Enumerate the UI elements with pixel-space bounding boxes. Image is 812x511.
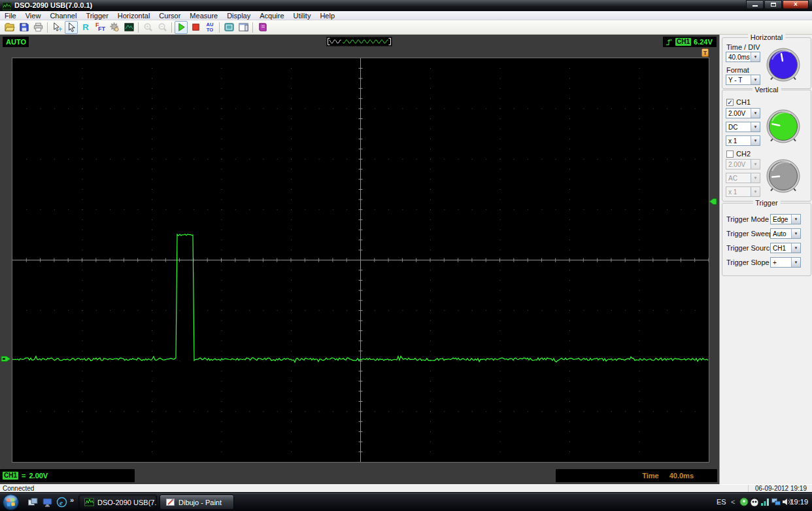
save-button[interactable] (17, 21, 30, 34)
horizontal-knob[interactable] (764, 45, 803, 84)
maximize-icon (771, 3, 776, 7)
help-button[interactable] (256, 21, 269, 34)
close-button[interactable]: × (783, 0, 809, 9)
antivirus-tray-icon[interactable] (749, 497, 760, 507)
buffer-preview-wave (328, 38, 391, 45)
taskbar-button-label: Dibujo - Paint (178, 499, 222, 506)
show-desktop-icon[interactable] (42, 497, 53, 508)
waveform-display (12, 58, 709, 462)
channel1-badge: CH1 (3, 472, 18, 480)
print-button[interactable] (31, 21, 44, 34)
menu-item-file[interactable]: File (0, 11, 21, 20)
stop-button[interactable] (189, 21, 202, 34)
ch1-probe-select[interactable]: x 1 ▼ (726, 135, 760, 146)
trigger-source-select[interactable]: CH1 ▼ (770, 243, 801, 253)
cursor-measure-button[interactable] (50, 21, 63, 34)
trigger-level-marker[interactable] (709, 196, 717, 209)
menu-item-utility[interactable]: Utility (289, 11, 316, 20)
color-settings-button[interactable] (108, 21, 121, 34)
ch1-position-knob[interactable] (764, 107, 803, 146)
time-div-select[interactable]: 40.0ms ▼ (726, 52, 760, 62)
minimize-button[interactable] (746, 0, 764, 9)
zoom-in-button[interactable] (141, 21, 154, 34)
dropdown-arrow-icon: ▼ (751, 75, 760, 84)
menu-item-measure[interactable]: Measure (185, 11, 222, 20)
ch2-enable-checkbox[interactable]: CH2 (726, 150, 751, 158)
menu-item-acquire[interactable]: Acquire (255, 11, 288, 20)
ch2-label: CH2 (736, 150, 751, 158)
menu-item-display[interactable]: Display (222, 11, 255, 20)
trigger-mode-select[interactable]: Edge ▼ (770, 214, 801, 224)
window-switcher-icon[interactable] (27, 497, 39, 508)
pointer-button[interactable] (65, 21, 78, 34)
start-button[interactable] (175, 21, 188, 34)
maximize-button[interactable] (764, 0, 782, 9)
dropdown-arrow-icon: ▼ (751, 187, 760, 196)
language-indicator[interactable]: ES (717, 498, 726, 506)
taskbar-button-dso[interactable]: DSO-2090 USB(7.0.0.... (78, 495, 157, 510)
toolbar: RFFTAUTO (0, 20, 812, 35)
ch1-volts-select[interactable]: 2.00V ▼ (726, 108, 760, 118)
trigger-slope-value: + (771, 259, 791, 266)
fft-icon: FFT (95, 22, 105, 32)
internet-explorer-icon[interactable]: e (56, 497, 67, 508)
quicklaunch-overflow[interactable]: » (70, 496, 74, 504)
stop-icon (190, 22, 201, 33)
split-view-button[interactable] (237, 21, 250, 34)
ch2-checkbox-box (726, 150, 734, 158)
open-button[interactable] (3, 21, 16, 34)
horizontal-group: Horizontal Time / DIV 40.0ms ▼ Format Y … (722, 37, 811, 89)
ch1-coupling-value: DC (726, 124, 751, 131)
refresh-button[interactable]: R (79, 21, 92, 34)
taskbar-button-paint[interactable]: Dibujo - Paint (160, 495, 234, 510)
close-icon: × (794, 1, 798, 8)
menu-item-channel[interactable]: Channel (45, 11, 81, 20)
fullscreen-button[interactable] (222, 21, 235, 34)
ch1-volts-value: 2.00V (726, 110, 751, 117)
start-icon (176, 22, 187, 33)
channel1-volts-div: 2.00V (29, 472, 48, 480)
time-label: Time (642, 472, 658, 480)
color-settings-icon (109, 22, 120, 33)
print-icon (33, 22, 44, 33)
ch2-coupling-select[interactable]: AC ▼ (726, 173, 760, 183)
menu-item-horizontal[interactable]: Horizontal (113, 11, 155, 20)
fft-button[interactable]: FFT (93, 21, 107, 34)
channel1-ground-marker[interactable] (1, 353, 12, 367)
waveform-capture-button[interactable] (122, 21, 135, 34)
dropdown-arrow-icon: ▼ (791, 243, 800, 253)
network-tray-icon[interactable] (771, 497, 781, 507)
zoom-in-icon (143, 22, 154, 33)
toolbar-separator (219, 22, 220, 33)
ch1-enable-checkbox[interactable]: ✓ CH1 (726, 98, 751, 106)
menu-bar: FileViewChannelTriggerHorizontalCursorMe… (0, 11, 812, 20)
format-label: Format (726, 66, 749, 74)
menu-item-view[interactable]: View (21, 11, 46, 20)
status-badge: AUTO (6, 38, 26, 46)
start-button[interactable] (2, 493, 20, 511)
channel1-separator: = (22, 472, 25, 480)
trigger-sweep-select[interactable]: Auto ▼ (770, 228, 801, 239)
green-status-tray-icon[interactable] (739, 497, 749, 507)
dropdown-arrow-icon: ▼ (791, 229, 800, 238)
ch2-position-knob[interactable] (764, 156, 803, 196)
menu-item-help[interactable]: Help (315, 11, 339, 20)
taskbar-clock[interactable]: 19:19 (790, 498, 808, 506)
taskbar-button-label: DSO-2090 USB(7.0.0.... (97, 499, 157, 506)
waveform-capture-icon (124, 22, 135, 33)
ch2-volts-select[interactable]: 2.00V ▼ (726, 159, 760, 169)
dropdown-arrow-icon: ▼ (751, 160, 760, 169)
trigger-slope-select[interactable]: + ▼ (770, 257, 801, 268)
format-select[interactable]: Y - T ▼ (726, 75, 760, 85)
zoom-out-button[interactable] (156, 21, 169, 34)
wireless-signal-tray-icon[interactable] (760, 497, 770, 507)
buffer-preview[interactable] (326, 37, 392, 46)
trigger-source-badge: CH1 (675, 38, 691, 46)
ch1-coupling-select[interactable]: DC ▼ (726, 122, 760, 132)
menu-item-trigger[interactable]: Trigger (81, 11, 112, 20)
menu-item-cursor[interactable]: Cursor (154, 11, 185, 20)
auto-setup-button[interactable]: AUTO (203, 21, 216, 34)
ch2-probe-select[interactable]: x 1 ▼ (726, 186, 760, 197)
trigger-position-marker[interactable]: T (702, 48, 709, 57)
tray-expand-chevron[interactable]: < (731, 498, 735, 506)
